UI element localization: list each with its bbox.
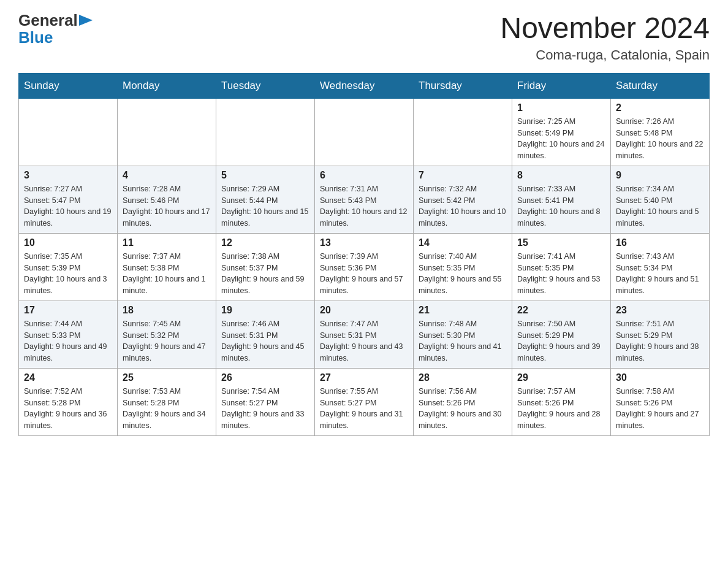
- weekday-header-wednesday: Wednesday: [315, 73, 414, 98]
- calendar-cell: 23Sunrise: 7:51 AM Sunset: 5:29 PM Dayli…: [611, 301, 710, 368]
- month-title: November 2024: [500, 12, 710, 45]
- calendar-cell: 30Sunrise: 7:58 AM Sunset: 5:26 PM Dayli…: [611, 368, 710, 435]
- day-number: 11: [123, 237, 211, 248]
- day-info: Sunrise: 7:52 AM Sunset: 5:28 PM Dayligh…: [24, 386, 112, 432]
- day-info: Sunrise: 7:25 AM Sunset: 5:49 PM Dayligh…: [517, 116, 605, 162]
- svg-marker-0: [79, 15, 93, 26]
- day-number: 16: [616, 237, 704, 248]
- day-number: 22: [517, 305, 605, 316]
- weekday-header-monday: Monday: [118, 73, 216, 98]
- day-number: 24: [24, 372, 112, 383]
- day-info: Sunrise: 7:55 AM Sunset: 5:27 PM Dayligh…: [320, 386, 408, 432]
- day-info: Sunrise: 7:54 AM Sunset: 5:27 PM Dayligh…: [221, 386, 309, 432]
- day-number: 3: [24, 170, 112, 181]
- calendar-week-row: 10Sunrise: 7:35 AM Sunset: 5:39 PM Dayli…: [19, 233, 710, 301]
- day-info: Sunrise: 7:43 AM Sunset: 5:34 PM Dayligh…: [616, 251, 704, 297]
- calendar-cell: 29Sunrise: 7:57 AM Sunset: 5:26 PM Dayli…: [512, 368, 611, 435]
- calendar-body: 1Sunrise: 7:25 AM Sunset: 5:49 PM Daylig…: [19, 98, 710, 435]
- day-number: 26: [221, 372, 309, 383]
- day-info: Sunrise: 7:38 AM Sunset: 5:37 PM Dayligh…: [221, 251, 309, 297]
- day-info: Sunrise: 7:26 AM Sunset: 5:48 PM Dayligh…: [616, 116, 704, 162]
- calendar-cell: 11Sunrise: 7:37 AM Sunset: 5:38 PM Dayli…: [118, 233, 216, 301]
- calendar-cell: 8Sunrise: 7:33 AM Sunset: 5:41 PM Daylig…: [512, 166, 611, 233]
- calendar-table: SundayMondayTuesdayWednesdayThursdayFrid…: [18, 73, 710, 436]
- day-number: 20: [320, 305, 408, 316]
- weekday-header-friday: Friday: [512, 73, 611, 98]
- day-number: 27: [320, 372, 408, 383]
- day-info: Sunrise: 7:58 AM Sunset: 5:26 PM Dayligh…: [616, 386, 704, 432]
- calendar-cell: 16Sunrise: 7:43 AM Sunset: 5:34 PM Dayli…: [611, 233, 710, 301]
- day-number: 8: [517, 170, 605, 181]
- day-info: Sunrise: 7:32 AM Sunset: 5:42 PM Dayligh…: [419, 183, 507, 229]
- day-number: 1: [517, 102, 605, 113]
- location-subtitle: Coma-ruga, Catalonia, Spain: [500, 47, 710, 63]
- day-info: Sunrise: 7:46 AM Sunset: 5:31 PM Dayligh…: [221, 318, 309, 364]
- calendar-cell: 21Sunrise: 7:48 AM Sunset: 5:30 PM Dayli…: [414, 301, 512, 368]
- calendar-cell: 19Sunrise: 7:46 AM Sunset: 5:31 PM Dayli…: [216, 301, 315, 368]
- day-number: 29: [517, 372, 605, 383]
- calendar-week-row: 17Sunrise: 7:44 AM Sunset: 5:33 PM Dayli…: [19, 301, 710, 368]
- day-number: 15: [517, 237, 605, 248]
- day-info: Sunrise: 7:39 AM Sunset: 5:36 PM Dayligh…: [320, 251, 408, 297]
- calendar-cell: 27Sunrise: 7:55 AM Sunset: 5:27 PM Dayli…: [315, 368, 414, 435]
- calendar-cell: 7Sunrise: 7:32 AM Sunset: 5:42 PM Daylig…: [414, 166, 512, 233]
- calendar-week-row: 1Sunrise: 7:25 AM Sunset: 5:49 PM Daylig…: [19, 98, 710, 166]
- day-number: 30: [616, 372, 704, 383]
- weekday-header-row: SundayMondayTuesdayWednesdayThursdayFrid…: [19, 73, 710, 98]
- logo: General Blue: [18, 12, 93, 45]
- day-number: 25: [123, 372, 211, 383]
- calendar-cell: 26Sunrise: 7:54 AM Sunset: 5:27 PM Dayli…: [216, 368, 315, 435]
- day-info: Sunrise: 7:33 AM Sunset: 5:41 PM Dayligh…: [517, 183, 605, 229]
- weekday-header-sunday: Sunday: [19, 73, 118, 98]
- calendar-cell: 20Sunrise: 7:47 AM Sunset: 5:31 PM Dayli…: [315, 301, 414, 368]
- calendar-cell: 1Sunrise: 7:25 AM Sunset: 5:49 PM Daylig…: [512, 98, 611, 166]
- day-number: 12: [221, 237, 309, 248]
- day-info: Sunrise: 7:56 AM Sunset: 5:26 PM Dayligh…: [419, 386, 507, 432]
- day-number: 7: [419, 170, 507, 181]
- weekday-header-thursday: Thursday: [414, 73, 512, 98]
- day-info: Sunrise: 7:37 AM Sunset: 5:38 PM Dayligh…: [123, 251, 211, 297]
- calendar-cell: 12Sunrise: 7:38 AM Sunset: 5:37 PM Dayli…: [216, 233, 315, 301]
- day-info: Sunrise: 7:34 AM Sunset: 5:40 PM Dayligh…: [616, 183, 704, 229]
- day-info: Sunrise: 7:57 AM Sunset: 5:26 PM Dayligh…: [517, 386, 605, 432]
- page-header: General Blue November 2024 Coma-ruga, Ca…: [18, 12, 710, 63]
- calendar-header: SundayMondayTuesdayWednesdayThursdayFrid…: [19, 73, 710, 98]
- calendar-cell: 10Sunrise: 7:35 AM Sunset: 5:39 PM Dayli…: [19, 233, 118, 301]
- day-number: 18: [123, 305, 211, 316]
- calendar-cell: 2Sunrise: 7:26 AM Sunset: 5:48 PM Daylig…: [611, 98, 710, 166]
- calendar-cell: 4Sunrise: 7:28 AM Sunset: 5:46 PM Daylig…: [118, 166, 216, 233]
- day-info: Sunrise: 7:27 AM Sunset: 5:47 PM Dayligh…: [24, 183, 112, 229]
- calendar-cell: [118, 98, 216, 166]
- calendar-cell: 14Sunrise: 7:40 AM Sunset: 5:35 PM Dayli…: [414, 233, 512, 301]
- weekday-header-saturday: Saturday: [611, 73, 710, 98]
- calendar-cell: 18Sunrise: 7:45 AM Sunset: 5:32 PM Dayli…: [118, 301, 216, 368]
- day-info: Sunrise: 7:31 AM Sunset: 5:43 PM Dayligh…: [320, 183, 408, 229]
- calendar-cell: [216, 98, 315, 166]
- calendar-cell: 28Sunrise: 7:56 AM Sunset: 5:26 PM Dayli…: [414, 368, 512, 435]
- day-number: 6: [320, 170, 408, 181]
- calendar-cell: 3Sunrise: 7:27 AM Sunset: 5:47 PM Daylig…: [19, 166, 118, 233]
- day-number: 23: [616, 305, 704, 316]
- logo-blue-text: Blue: [18, 29, 53, 45]
- calendar-cell: [19, 98, 118, 166]
- day-number: 28: [419, 372, 507, 383]
- calendar-cell: 9Sunrise: 7:34 AM Sunset: 5:40 PM Daylig…: [611, 166, 710, 233]
- title-area: November 2024 Coma-ruga, Catalonia, Spai…: [500, 12, 710, 63]
- day-number: 13: [320, 237, 408, 248]
- day-info: Sunrise: 7:29 AM Sunset: 5:44 PM Dayligh…: [221, 183, 309, 229]
- logo-arrow-icon: [79, 15, 93, 26]
- day-info: Sunrise: 7:41 AM Sunset: 5:35 PM Dayligh…: [517, 251, 605, 297]
- calendar-cell: 13Sunrise: 7:39 AM Sunset: 5:36 PM Dayli…: [315, 233, 414, 301]
- calendar-cell: 25Sunrise: 7:53 AM Sunset: 5:28 PM Dayli…: [118, 368, 216, 435]
- day-info: Sunrise: 7:45 AM Sunset: 5:32 PM Dayligh…: [123, 318, 211, 364]
- day-number: 21: [419, 305, 507, 316]
- calendar-cell: 17Sunrise: 7:44 AM Sunset: 5:33 PM Dayli…: [19, 301, 118, 368]
- logo-general-text: General: [18, 12, 78, 28]
- calendar-cell: 22Sunrise: 7:50 AM Sunset: 5:29 PM Dayli…: [512, 301, 611, 368]
- weekday-header-tuesday: Tuesday: [216, 73, 315, 98]
- day-number: 17: [24, 305, 112, 316]
- day-info: Sunrise: 7:35 AM Sunset: 5:39 PM Dayligh…: [24, 251, 112, 297]
- calendar-week-row: 3Sunrise: 7:27 AM Sunset: 5:47 PM Daylig…: [19, 166, 710, 233]
- day-number: 19: [221, 305, 309, 316]
- calendar-cell: 15Sunrise: 7:41 AM Sunset: 5:35 PM Dayli…: [512, 233, 611, 301]
